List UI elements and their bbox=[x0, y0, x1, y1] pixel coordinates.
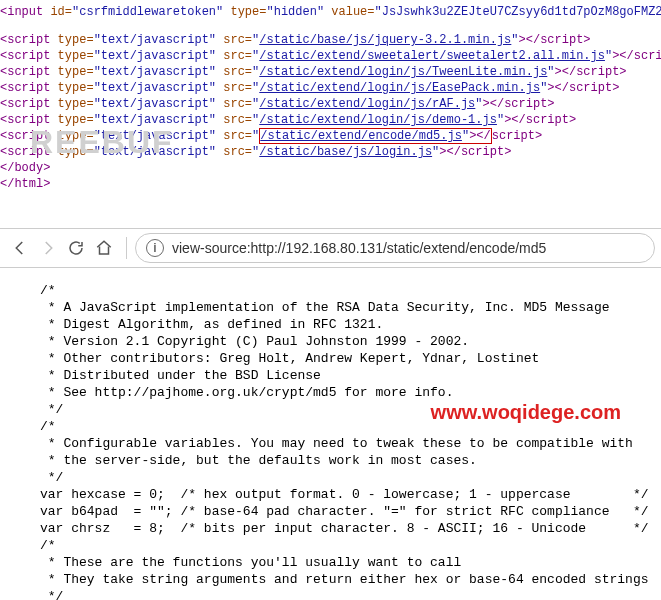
source-line: * These are the functions you'll usually… bbox=[40, 554, 651, 571]
source-line: * They take string arguments and return … bbox=[40, 571, 651, 588]
script-line: <script type="text/javascript" src="/sta… bbox=[0, 96, 661, 112]
source-line: * Version 2.1 Copyright (C) Paul Johnsto… bbox=[40, 333, 651, 350]
script-line: <script type="text/javascript" src="/sta… bbox=[0, 80, 661, 96]
site-info-icon[interactable]: i bbox=[146, 239, 164, 257]
nav-separator bbox=[126, 237, 127, 259]
script-line: <script type="text/javascript" src="/sta… bbox=[0, 64, 661, 80]
source-line: */ bbox=[40, 469, 651, 486]
source-line: var chrsz = 8; /* bits per input charact… bbox=[40, 520, 651, 537]
source-line: * Configurable variables. You may need t… bbox=[40, 435, 651, 452]
reebuf-watermark: REEBUF bbox=[30, 134, 174, 150]
script-src-link[interactable]: /static/extend/login/js/demo-1.js bbox=[259, 113, 497, 127]
source-line: /* bbox=[40, 537, 651, 554]
forward-button[interactable] bbox=[34, 234, 62, 262]
script-src-link[interactable]: /static/extend/login/js/TweenLite.min.js bbox=[259, 65, 547, 79]
script-src-link[interactable]: /static/base/js/login.js bbox=[259, 145, 432, 159]
body-close: </body> bbox=[0, 160, 661, 176]
script-line: <script type="text/javascript" src="/sta… bbox=[0, 32, 661, 48]
source-line: var hexcase = 0; /* hex output format. 0… bbox=[40, 486, 651, 503]
reload-button[interactable] bbox=[62, 234, 90, 262]
home-button[interactable] bbox=[90, 234, 118, 262]
script-src-link[interactable]: /static/extend/login/js/rAF.js bbox=[259, 97, 475, 111]
source-line: * Digest Algorithm, as defined in RFC 13… bbox=[40, 316, 651, 333]
source-line: * Distributed under the BSD License bbox=[40, 367, 651, 384]
source-view-pane: www.woqidege.com /* * A JavaScript imple… bbox=[0, 268, 661, 600]
source-line: * A JavaScript implementation of the RSA… bbox=[40, 299, 651, 316]
source-line: * the server-side, but the defaults work… bbox=[40, 452, 651, 469]
top-source-panel: REEBUF <input id="csrfmiddlewaretoken" t… bbox=[0, 0, 661, 196]
script-src-link[interactable]: /static/extend/encode/md5.js bbox=[260, 129, 462, 143]
source-line: */ bbox=[40, 588, 651, 600]
source-line: var b64pad = ""; /* base-64 pad characte… bbox=[40, 503, 651, 520]
source-line: * Other contributors: Greg Holt, Andrew … bbox=[40, 350, 651, 367]
script-src-link[interactable]: /static/extend/sweetalert/sweetalert2.al… bbox=[259, 49, 605, 63]
input-line: <input id="csrfmiddlewaretoken" type="hi… bbox=[0, 4, 661, 20]
html-close: </html> bbox=[0, 176, 661, 192]
back-button[interactable] bbox=[6, 234, 34, 262]
script-src-link[interactable]: /static/extend/login/js/EasePack.min.js bbox=[259, 81, 540, 95]
browser-nav-bar: i view-source:http://192.168.80.131/stat… bbox=[0, 228, 661, 268]
source-line: * See http://pajhome.org.uk/crypt/md5 fo… bbox=[40, 384, 651, 401]
url-box[interactable]: i view-source:http://192.168.80.131/stat… bbox=[135, 233, 655, 263]
script-line: <script type="text/javascript" src="/sta… bbox=[0, 48, 661, 64]
source-line: /* bbox=[40, 282, 651, 299]
url-text: view-source:http://192.168.80.131/static… bbox=[172, 240, 546, 256]
woqidege-watermark: www.woqidege.com bbox=[431, 404, 621, 421]
script-src-link[interactable]: /static/base/js/jquery-3.2.1.min.js bbox=[259, 33, 511, 47]
